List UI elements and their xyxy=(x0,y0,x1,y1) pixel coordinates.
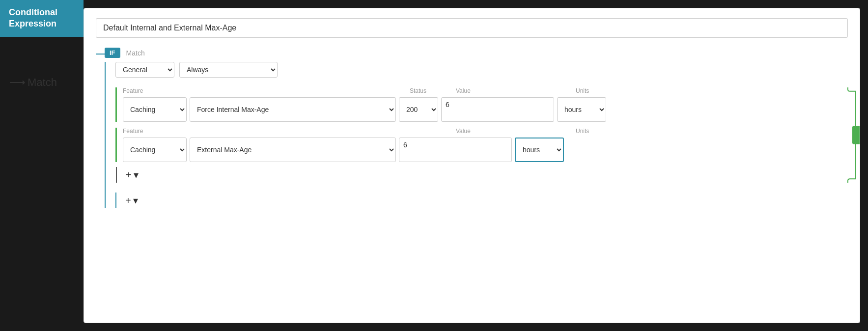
feature1-feature-label: Feature xyxy=(123,87,408,94)
title-input[interactable] xyxy=(96,18,848,38)
match-text: Match xyxy=(28,76,57,89)
feature2-units-label: Units xyxy=(576,128,625,135)
features-wrapper: Feature Status Value Units Caching Force… xyxy=(115,87,843,183)
bottom-add-button[interactable]: + ▾ xyxy=(121,193,142,208)
feature2-value-input[interactable]: 6 xyxy=(399,138,512,162)
general-select[interactable]: General Request Response xyxy=(115,62,174,78)
feature-block-2: Feature Value Units Caching External Max… xyxy=(115,128,843,162)
if-badge: IF xyxy=(105,48,120,58)
add-feature-plus: + xyxy=(126,169,132,181)
match-selects-row: General Request Response Always Never If xyxy=(115,62,848,78)
features-side-label: Features xyxy=(852,126,860,144)
feature1-labels: Feature Status Value Units xyxy=(123,87,843,94)
always-select[interactable]: Always Never If xyxy=(179,62,278,78)
add-feature-row: + ▾ xyxy=(116,167,843,183)
if-row: IF Match xyxy=(105,48,848,58)
expression-area: IF Match General Request Response Always… xyxy=(96,48,848,208)
if-match-label: Match xyxy=(126,49,145,57)
feature1-status-label: Status xyxy=(410,87,454,94)
feature-block-1: Feature Status Value Units Caching Force… xyxy=(115,87,843,122)
feature1-name-select[interactable]: Force Internal Max-Age xyxy=(190,97,396,122)
bottom-add-plus: + xyxy=(125,195,131,206)
feature1-value-label: Value xyxy=(456,87,574,94)
add-feature-button[interactable]: + ▾ xyxy=(122,167,142,183)
condition-block: General Request Response Always Never If… xyxy=(105,62,848,208)
feature2-category-select[interactable]: Caching xyxy=(123,138,187,162)
bottom-add-row: + ▾ xyxy=(115,193,848,208)
feature1-units-label: Units xyxy=(576,87,625,94)
feature2-units-select[interactable]: hours minutes seconds days xyxy=(515,138,564,162)
conditional-expression-label: Conditional Expression xyxy=(0,0,84,37)
feature2-inputs: Caching External Max-Age 6 hours minutes… xyxy=(123,138,843,162)
feature1-status-select[interactable]: 200 xyxy=(399,97,438,122)
add-feature-chevron-icon: ▾ xyxy=(134,169,139,181)
feature1-inputs: Caching Force Internal Max-Age 200 6 hou… xyxy=(123,97,843,122)
feature2-labels: Feature Value Units xyxy=(123,128,843,135)
bottom-add-chevron-icon: ▾ xyxy=(133,194,138,206)
if-connector-line xyxy=(96,54,105,55)
feature2-name-select[interactable]: External Max-Age xyxy=(190,138,396,162)
feature1-value-input[interactable]: 6 xyxy=(441,97,554,122)
feature2-feature-label: Feature xyxy=(123,128,408,135)
arrow-line-icon xyxy=(10,82,25,83)
spacer xyxy=(115,122,843,128)
left-sidebar: Conditional Expression Match xyxy=(0,0,84,331)
main-content: IF Match General Request Response Always… xyxy=(84,8,860,323)
match-arrow: Match xyxy=(10,76,57,89)
match-label-area: Match xyxy=(0,76,84,89)
feature1-units-select[interactable]: hours minutes seconds days xyxy=(557,97,606,122)
feature2-value-label: Value xyxy=(456,128,574,135)
feature1-category-select[interactable]: Caching xyxy=(123,97,187,122)
